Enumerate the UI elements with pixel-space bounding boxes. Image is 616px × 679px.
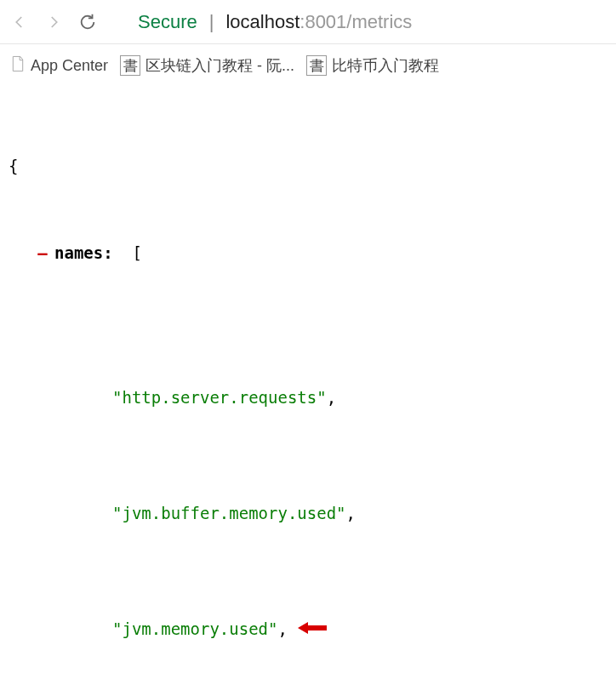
url-divider: |	[209, 11, 214, 33]
bookmarks-bar: App Center 書 区块链入门教程 - 阮... 書 比特币入门教程	[0, 44, 616, 87]
chevron-left-icon	[12, 14, 27, 30]
forward-button[interactable]	[43, 11, 65, 33]
bookmark-label: 比特币入门教程	[332, 55, 439, 76]
bookmark-app-center[interactable]: App Center	[10, 55, 108, 77]
book-icon: 書	[120, 55, 140, 76]
open-bracket: [	[133, 238, 142, 267]
json-array-item: "jvm.memory.used",	[7, 614, 616, 643]
url-path: :8001/metrics	[299, 11, 412, 32]
bookmark-blockchain-tutorial[interactable]: 書 区块链入门教程 - 阮...	[120, 55, 294, 76]
chevron-right-icon	[46, 14, 61, 30]
comma: ,	[277, 614, 287, 643]
page-icon	[10, 55, 26, 77]
json-array-item: "jvm.buffer.memory.used",	[7, 499, 616, 528]
json-viewer: { – names: [ "http.server.requests", "jv…	[0, 87, 616, 679]
json-string-value: "jvm.buffer.memory.used"	[112, 499, 346, 528]
collapse-toggle[interactable]: –	[31, 238, 54, 267]
open-brace: {	[7, 151, 616, 180]
json-string-value: "jvm.memory.used"	[112, 614, 277, 643]
bookmark-bitcoin-tutorial[interactable]: 書 比特币入门教程	[306, 55, 439, 76]
json-array-items: "http.server.requests", "jvm.buffer.memo…	[7, 325, 616, 679]
json-string-value: "http.server.requests"	[112, 383, 327, 412]
back-button[interactable]	[9, 11, 31, 33]
comma: ,	[327, 383, 336, 412]
svg-marker-0	[298, 622, 327, 634]
bookmark-label: 区块链入门教程 - 阮...	[145, 55, 294, 76]
json-array-item: "http.server.requests",	[7, 383, 616, 412]
json-key: names:	[54, 238, 113, 267]
url-bar[interactable]: localhost:8001/metrics	[225, 11, 412, 33]
reload-button[interactable]	[77, 11, 99, 33]
secure-label: Secure	[138, 11, 197, 33]
json-key-line: – names: [	[7, 238, 616, 267]
annotation-arrow-icon	[298, 615, 327, 644]
url-host: localhost	[225, 11, 299, 32]
browser-toolbar: Secure | localhost:8001/metrics	[0, 0, 616, 44]
bookmark-label: App Center	[31, 57, 108, 75]
reload-icon	[78, 13, 97, 31]
comma: ,	[346, 499, 356, 528]
book-icon: 書	[306, 55, 327, 76]
